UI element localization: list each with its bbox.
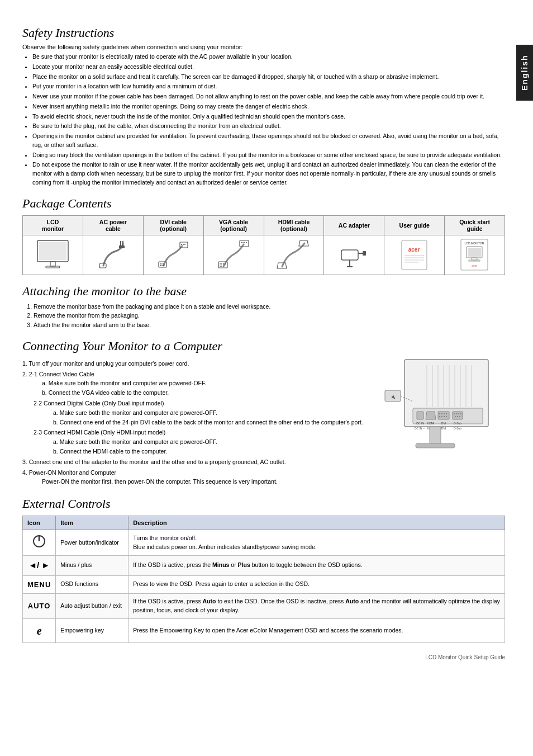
ext-header-desc: Description: [129, 516, 505, 530]
svg-point-74: [444, 416, 445, 417]
svg-point-10: [161, 263, 163, 264]
svg-point-31: [246, 242, 247, 243]
safety-item: Be sure that your monitor is electricall…: [32, 53, 505, 62]
safety-item: Never use your monitor if the power cabl…: [32, 92, 505, 101]
user-guide-icon: acer: [396, 238, 432, 271]
package-section: Package Contents LCDmonitor AC powercabl…: [22, 196, 505, 275]
monitor-diagram: DC IN HDMI DVI: [382, 357, 505, 470]
svg-point-23: [225, 263, 226, 264]
ext-desc-auto: If the OSD is active, press Auto to exit…: [129, 594, 505, 619]
svg-point-82: [455, 416, 456, 417]
connect-steps: 1. Turn off your monitor and unplug your…: [22, 359, 374, 486]
svg-point-71: [446, 413, 447, 414]
svg-point-83: [457, 416, 458, 417]
ext-item-menu: OSD functions: [56, 575, 129, 594]
pkg-item-user-guide: acer: [384, 235, 445, 275]
ext-icon-arrows: ◄/ ►: [23, 556, 56, 576]
svg-rect-77: [453, 412, 463, 419]
svg-point-21: [221, 263, 222, 264]
attach-steps: Remove the monitor base from the packagi…: [22, 302, 505, 330]
table-row: ◄/ ► Minus / plus If the OSD is active, …: [23, 556, 505, 576]
safety-item: Doing so may block the ventilation openi…: [32, 151, 505, 160]
table-row: e Empowering key Press the Empowering Ke…: [23, 618, 505, 642]
ext-desc-power: Turns the monitor on/off.Blue indicates …: [129, 530, 505, 556]
svg-point-14: [163, 265, 164, 266]
ext-title: External Controls: [22, 497, 505, 511]
safety-item: Put your monitor in a location with low …: [32, 82, 505, 91]
svg-text:D-Sub: D-Sub: [454, 422, 461, 425]
svg-rect-1: [39, 242, 66, 260]
svg-marker-65: [426, 412, 436, 419]
svg-point-78: [454, 413, 455, 414]
svg-point-24: [220, 266, 221, 267]
pkg-item-dvi-cable: [143, 235, 203, 275]
monitor-back-svg: DC IN HDMI DVI: [382, 357, 499, 469]
pkg-item-ac-cable: [83, 235, 143, 275]
svg-text:DC IN: DC IN: [416, 422, 424, 425]
attach-step: Remove the monitor from the packaging.: [34, 311, 505, 320]
connect-section: Connecting Your Monitor to a Computer 1.…: [22, 339, 505, 488]
dvi-cable-icon: [155, 238, 192, 271]
quick-guide-icon: LCD MONITOR acer: [456, 238, 493, 271]
pkg-col-hdmi: HDMI cable(optional): [264, 215, 324, 235]
connect-text: 1. Turn off your monitor and unplug your…: [22, 357, 374, 488]
connect-step-4: 4. Power-ON Monitor and Computer Power-O…: [22, 468, 374, 487]
connect-step-3: 3. Connect one end of the adapter to the…: [22, 457, 374, 467]
svg-text:🔌: 🔌: [391, 394, 396, 399]
ext-icon-power: [23, 530, 56, 556]
ac-adapter-icon: [336, 238, 372, 271]
safety-item: Never insert anything metallic into the …: [32, 102, 505, 111]
ext-header-item: Item: [56, 516, 129, 530]
svg-rect-34: [341, 250, 358, 260]
ext-header-icon: Icon: [23, 516, 56, 530]
svg-rect-38: [363, 251, 366, 256]
svg-point-80: [458, 413, 459, 414]
svg-point-11: [163, 263, 164, 264]
svg-text:LCD MONITOR: LCD MONITOR: [465, 242, 484, 245]
svg-rect-90: [430, 427, 441, 443]
pkg-item-quick-guide: LCD MONITOR acer: [445, 235, 505, 275]
svg-point-25: [221, 266, 222, 267]
svg-point-68: [439, 413, 440, 414]
safety-item: Openings in the monitor cabinet are prov…: [32, 132, 505, 150]
svg-point-69: [441, 413, 442, 414]
pkg-item-vga-cable: [203, 235, 264, 275]
ac-cable-icon: [95, 238, 131, 271]
attach-step: Remove the monitor base from the packagi…: [34, 302, 505, 311]
pkg-item-ac-adapter: [324, 235, 384, 275]
svg-text:acer: acer: [408, 247, 420, 253]
lcd-monitor-icon: [35, 238, 71, 271]
svg-rect-27: [240, 240, 249, 247]
pkg-col-quickstart: Quick startguide: [445, 215, 505, 235]
svg-point-13: [161, 265, 163, 266]
ext-item-arrows: Minus / plus: [56, 556, 129, 576]
safety-item: Place the monitor on a solid surface and…: [32, 73, 505, 82]
safety-title: Safety Instructions: [22, 26, 505, 40]
ext-desc-menu: Press to view the OSD. Press again to en…: [129, 575, 505, 594]
safety-section: Safety Instructions Observe the followin…: [22, 26, 505, 187]
pkg-item-lcd: [23, 235, 83, 275]
ext-desc-empowering: Press the Empowering Key to open the Ace…: [129, 618, 505, 642]
svg-point-70: [444, 413, 445, 414]
connect-wrapper: 1. Turn off your monitor and unplug your…: [22, 357, 505, 488]
language-tab: English: [516, 45, 533, 101]
safety-item: To avoid electric shock, never touch the…: [32, 112, 505, 121]
external-controls-table: Icon Item Description Power button/indic…: [22, 516, 505, 642]
table-row: Power button/indicator Turns the monitor…: [23, 530, 505, 556]
svg-rect-7: [119, 245, 125, 248]
page: English Safety Instructions Observe the …: [0, 0, 533, 756]
footer: LCD Monitor Quick Setup Guide: [22, 654, 505, 660]
pkg-col-ac: AC powercable: [83, 215, 143, 235]
svg-rect-3: [46, 266, 60, 268]
vga-cable-icon: [216, 238, 252, 271]
safety-intro: Observe the following safety guidelines …: [22, 44, 505, 50]
ext-item-empowering: Empowering key: [56, 618, 129, 642]
table-row: AUTO Auto adjust button / exit If the OS…: [23, 594, 505, 619]
svg-text:HDMI: HDMI: [427, 422, 435, 425]
svg-rect-2: [50, 262, 55, 266]
svg-text:DVI: DVI: [441, 422, 446, 425]
svg-point-12: [160, 265, 161, 266]
table-row: MENU OSD functions Press to view the OSD…: [23, 575, 505, 594]
svg-point-29: [242, 242, 244, 243]
safety-list: Be sure that your monitor is electricall…: [22, 53, 505, 187]
